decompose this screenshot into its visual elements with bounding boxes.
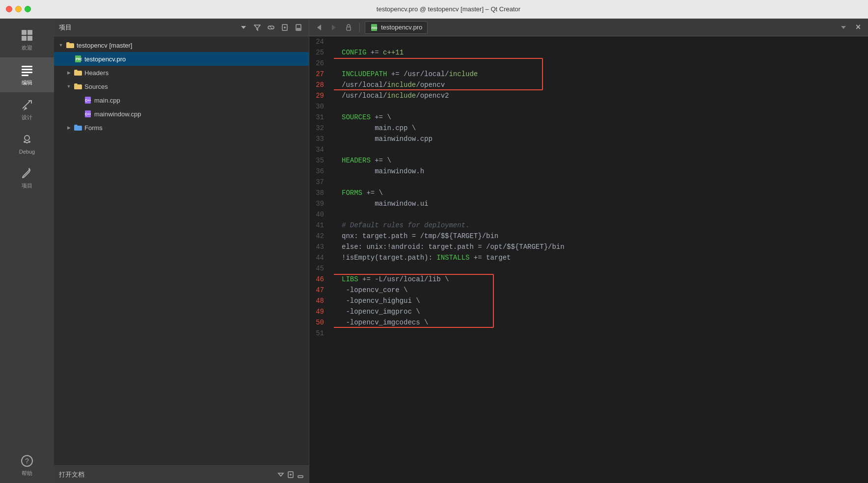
svg-text:C++: C++: [85, 112, 91, 116]
project-panel-title: 项目: [59, 23, 235, 32]
code-area[interactable]: 24 25 26 27 28 29 30 31 32 33 34 35 36 3…: [309, 36, 868, 483]
svg-marker-13: [241, 26, 246, 29]
code-line-37: [342, 177, 860, 188]
editor-close-button[interactable]: ×: [852, 22, 864, 33]
sidebar-item-design[interactable]: 设计: [0, 92, 54, 127]
project-panel: 项目: [54, 19, 309, 483]
arrow-sources: ▼: [66, 83, 72, 89]
sidebar-item-edit[interactable]: 编辑: [0, 57, 54, 92]
design-icon: [20, 98, 34, 112]
activity-bar: 欢迎 编辑 设计: [0, 19, 54, 483]
code-line-45: [342, 263, 860, 274]
open-document-button[interactable]: 打开文档: [54, 465, 309, 483]
code-editor[interactable]: 24 25 26 27 28 29 30 31 32 33 34 35 36 3…: [309, 36, 868, 483]
editor-dropdown-button[interactable]: [838, 22, 849, 33]
editor-area: PRO testopencv.pro × 24 25 26 27: [309, 19, 868, 483]
tree-label-root: testopencv [master]: [77, 42, 305, 49]
tree-label-main-cpp: main.cpp: [94, 97, 305, 104]
tab-label: testopencv.pro: [381, 24, 422, 31]
tree-label-mainwindow-cpp: mainwindow.cpp: [94, 110, 305, 118]
maximize-button[interactable]: [25, 6, 31, 12]
code-line-40: [342, 209, 860, 220]
line-numbers: 24 25 26 27 28 29 30 31 32 33 34 35 36 3…: [309, 36, 334, 483]
close-button[interactable]: [6, 6, 12, 12]
code-line-26: [342, 58, 860, 69]
tree-label-forms: Forms: [84, 124, 305, 132]
svg-rect-28: [347, 27, 351, 30]
tree-item-headers[interactable]: ▶ Headers: [54, 66, 309, 80]
svg-marker-23: [278, 473, 283, 476]
tree-item-forms[interactable]: ▶ Forms: [54, 121, 309, 134]
minimize-button[interactable]: [15, 6, 22, 12]
add-file-button[interactable]: [279, 22, 290, 33]
tree-label-sources: Sources: [84, 83, 305, 90]
editor-tab[interactable]: PRO testopencv.pro: [365, 21, 428, 34]
sidebar-label-help: 帮助: [22, 470, 32, 477]
arrow-forms: ▶: [66, 125, 72, 131]
link-button[interactable]: [266, 22, 276, 33]
code-line-39: mainwindow.ui: [342, 198, 860, 209]
svg-rect-4: [22, 66, 32, 67]
tree-item-pro[interactable]: PRO testopencv.pro: [54, 52, 309, 66]
svg-point-8: [25, 135, 29, 140]
svg-text:PRO: PRO: [372, 26, 378, 29]
tree-label-pro: testopencv.pro: [84, 55, 305, 63]
code-line-33: mainwindow.cpp: [342, 134, 860, 144]
code-line-24: [342, 36, 860, 47]
cpp-file-icon-mainwindow: C++: [83, 109, 92, 118]
expand-collapse-button[interactable]: [238, 22, 249, 33]
tree-item-sources[interactable]: ▼ Sources: [54, 80, 309, 93]
code-line-41: # Default rules for deployment.: [342, 220, 860, 231]
svg-marker-31: [841, 26, 846, 29]
sidebar-label-project: 项目: [22, 182, 32, 189]
tree-item-main-cpp[interactable]: C++ main.cpp: [54, 93, 309, 107]
code-line-27: INCLUDEPATH += /usr/local/include: [342, 69, 860, 80]
svg-text:?: ?: [25, 457, 29, 465]
folder-icon-sources: [74, 82, 82, 91]
filter-button[interactable]: [252, 22, 263, 33]
folder-icon-forms: [74, 123, 82, 132]
tree-item-mainwindow-cpp[interactable]: C++ mainwindow.cpp: [54, 107, 309, 121]
file-tree: ▼ testopencv [master] PRO testopencv: [54, 36, 309, 465]
code-line-29: /usr/local/include/opencv2: [342, 90, 860, 101]
tree-label-headers: Headers: [84, 69, 305, 77]
code-line-38: FORMS += \: [342, 188, 860, 198]
code-line-44: !isEmpty(target.path): INSTALLS += targe…: [342, 252, 860, 263]
code-line-46: LIBS += -L/usr/local/lib \: [342, 274, 860, 285]
code-line-31: SOURCES += \: [342, 112, 860, 123]
code-line-43: else: unix:!android: target.path = /opt/…: [342, 242, 860, 252]
sidebar-label-welcome: 欢迎: [22, 44, 32, 52]
folder-icon-root: [66, 41, 75, 50]
code-line-42: qnx: target.path = /tmp/$${TARGET}/bin: [342, 231, 860, 242]
cpp-file-icon-main: C++: [83, 96, 92, 105]
svg-point-9: [24, 141, 26, 143]
sidebar-item-welcome[interactable]: 欢迎: [0, 23, 54, 57]
lock-button[interactable]: [343, 22, 354, 33]
sidebar-item-project[interactable]: 项目: [0, 161, 54, 195]
svg-rect-5: [22, 69, 32, 70]
folder-icon-headers: [74, 68, 82, 77]
svg-point-10: [28, 141, 30, 143]
code-line-28: /usr/local/include/opencv: [342, 80, 860, 90]
arrow-main-cpp: [76, 97, 81, 103]
traffic-lights: [6, 6, 31, 12]
tab-file-icon: PRO: [370, 24, 378, 31]
sidebar-item-debug[interactable]: Debug: [0, 127, 54, 161]
sidebar-item-help[interactable]: ? 帮助: [0, 448, 54, 483]
svg-rect-3: [27, 36, 32, 41]
code-line-47: -lopencv_core \: [342, 285, 860, 295]
settings-button[interactable]: [293, 22, 304, 33]
code-line-35: HEADERS += \: [342, 155, 860, 166]
main-layout: 欢迎 编辑 设计: [0, 19, 868, 483]
code-line-34: [342, 144, 860, 155]
forward-button[interactable]: [328, 22, 340, 33]
project-toolbar: 项目: [54, 19, 309, 36]
back-button[interactable]: [313, 22, 325, 33]
svg-marker-27: [332, 25, 336, 30]
arrow-mainwindow-cpp: [76, 111, 81, 117]
sidebar-label-edit: 编辑: [22, 79, 32, 86]
tree-item-root[interactable]: ▼ testopencv [master]: [54, 38, 309, 52]
code-line-48: -lopencv_highgui \: [342, 295, 860, 306]
wrench-icon: [20, 166, 34, 180]
code-content[interactable]: CONFIG += c++11 INCLUDEPATH += /usr/loca…: [334, 36, 868, 483]
